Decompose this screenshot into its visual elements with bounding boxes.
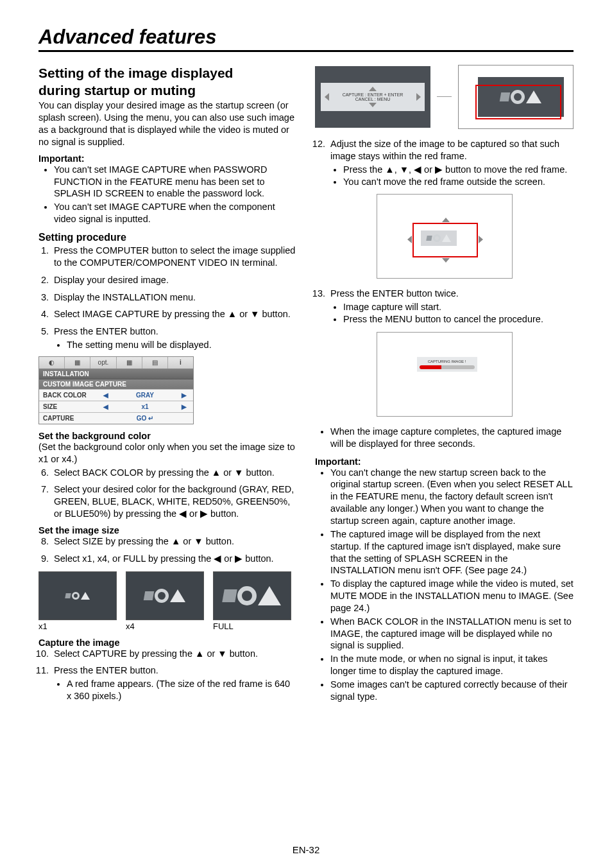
page-number: EN-32 [0, 844, 612, 855]
important-item: In the mute mode, or when no signal is i… [330, 653, 574, 677]
step-5-note: The setting menu will be displayed. [67, 339, 297, 351]
capturing-label: CAPTURING IMAGE ! [428, 360, 466, 363]
capture-instruction: CAPTURE : ENTER + ENTER [333, 92, 412, 97]
step-13-complete-note: When the image capture completes, the ca… [330, 426, 574, 450]
menu-tab-icon: ▦ [65, 357, 90, 369]
installation-menu: ◐ ▦ opt. ▦ ▤ i INSTALLATION CUSTOM IMAGE… [38, 356, 194, 424]
step-11-note: A red frame appears. (The size of the re… [67, 678, 297, 702]
step-4: Select IMAGE CAPTURE by pressing the ▲ o… [51, 308, 297, 320]
arrow-down-icon [369, 103, 377, 107]
size-thumbnails: x1 x4 FULL [38, 571, 297, 631]
red-frame [475, 85, 561, 119]
arrow-left-icon: ◀ [101, 403, 111, 410]
step-9: Select x1, x4, or FULL by pressing the ◀… [51, 553, 297, 565]
important-item: When BACK COLOR in the INSTALLATION menu… [330, 616, 574, 652]
important-label: Important: [38, 153, 297, 164]
arrow-left-icon: ◀ [101, 392, 111, 399]
progress-bar-icon [420, 365, 475, 369]
menu-tab-icon: i [168, 357, 193, 369]
bg-note: (Set the background color only when you … [38, 441, 297, 465]
step-13: Press the ENTER button twice. Image capt… [328, 288, 574, 326]
menu-row-capture: CAPTURE GO ↵ [39, 412, 193, 424]
step-13-note: Press the MENU button to cancel the proc… [343, 313, 574, 326]
important-item: You can't set IMAGE CAPTURE when PASSWOR… [54, 164, 297, 200]
thumb-label: x4 [126, 621, 135, 631]
arrow-right-icon: ▶ [179, 403, 189, 410]
step-12-note: You can't move the red frame outside the… [343, 176, 574, 188]
step-6: Select BACK COLOR by pressing the ▲ or ▼… [51, 467, 297, 479]
step-7: Select your desired color for the backgr… [51, 483, 297, 520]
set-bg-color-heading: Set the background color [38, 431, 297, 441]
menu-tab-icon: ▦ [117, 357, 142, 369]
step-1: Press the COMPUTER button to select the … [51, 245, 297, 269]
thumb-label: FULL [213, 621, 234, 631]
step-3: Display the INSTALLATION menu. [51, 291, 297, 304]
menu-tab-icon: ▤ [142, 357, 168, 369]
step-10: Select CAPTURE by pressing the ▲ or ▼ bu… [51, 648, 297, 660]
step-12-note: Press the ▲, ▼, ◀ or ▶ button to move th… [343, 164, 574, 176]
cancel-instruction: CANCEL : MENU [333, 97, 412, 101]
menu-subheader: CUSTOM IMAGE CAPTURE [39, 379, 193, 389]
menu-header: INSTALLATION [39, 369, 193, 379]
arrow-right-icon [416, 93, 421, 101]
step-11: Press the ENTER button. A red frame appe… [51, 664, 297, 702]
capturing-illustration: CAPTURING IMAGE ! [377, 332, 513, 417]
menu-row-back-color: BACK COLOR ◀ GRAY ▶ [39, 389, 193, 401]
step-13-note: Image capture will start. [343, 301, 574, 313]
set-image-size-heading: Set the image size [38, 525, 297, 535]
thumb-x1 [38, 571, 117, 620]
capture-preview [458, 65, 574, 129]
important-item: The captured image will be displayed fro… [330, 528, 574, 577]
setting-procedure-heading: Setting procedure [38, 232, 297, 243]
intro-paragraph: You can display your desired image as th… [38, 100, 297, 148]
important-item: You can't change the new startup screen … [330, 467, 574, 527]
thumb-x4 [126, 571, 204, 620]
menu-tab-icon: opt. [90, 357, 116, 369]
red-frame-move-illustration [377, 194, 513, 279]
important-item: Some images can't be captured correctly … [330, 679, 574, 703]
capture-image-heading: Capture the image [38, 638, 297, 648]
arrow-left-icon [325, 93, 329, 101]
step-2: Display your desired image. [51, 274, 297, 286]
section-heading-line1: Setting of the image displayed [38, 65, 297, 81]
page-title: Advanced features [38, 26, 216, 48]
step-8: Select SIZE by pressing the ▲ or ▼ butto… [51, 535, 297, 548]
capture-panel-illustration: CAPTURE : ENTER + ENTER CANCEL : MENU [315, 65, 574, 129]
thumb-label: x1 [38, 621, 47, 631]
arrow-right-icon: ▶ [179, 392, 189, 399]
step-5: Press the ENTER button. The setting menu… [51, 326, 297, 351]
important-label: Important: [315, 456, 574, 467]
important-item: You can't set IMAGE CAPTURE when the com… [54, 201, 297, 225]
menu-row-size: SIZE ◀ x1 ▶ [39, 401, 193, 412]
arrow-up-icon [369, 87, 377, 91]
section-heading-line2: during startup or muting [38, 82, 297, 98]
important-item: To display the captured image while the … [330, 578, 574, 614]
step-12: Adjust the size of the image to be captu… [328, 138, 574, 187]
thumb-full [213, 571, 291, 620]
menu-tab-icon: ◐ [39, 357, 65, 369]
